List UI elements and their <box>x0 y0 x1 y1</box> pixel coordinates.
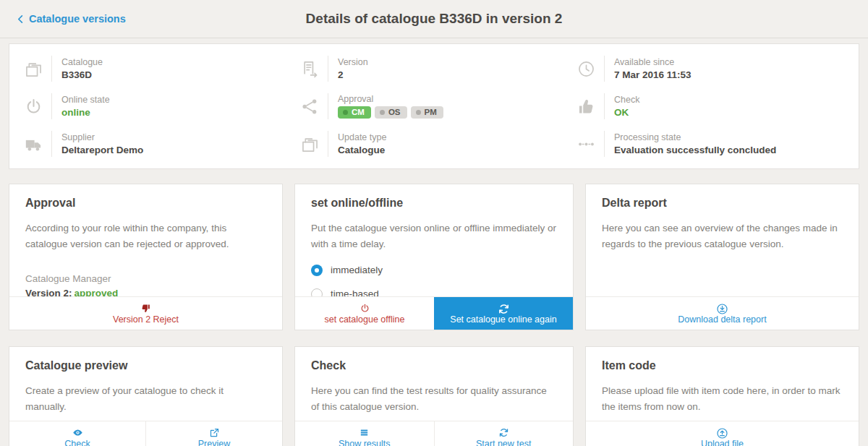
item-code-card-body: Please upload file with item code here, … <box>602 383 843 415</box>
eye-icon <box>72 427 83 438</box>
check-value: OK <box>614 107 639 118</box>
preview-button[interactable]: Preview <box>146 421 282 446</box>
version-label: Version 2: <box>25 288 72 296</box>
catalogue-preview-card-body: Create a preview of your catalogue to ch… <box>25 383 266 415</box>
badge-dot <box>343 110 348 115</box>
divider <box>604 93 605 119</box>
page-title: Details of catalogue B336D in version 2 <box>306 11 563 27</box>
start-new-test-button[interactable]: Start new test <box>435 421 574 446</box>
page-header: Catalogue versions Details of catalogue … <box>0 0 868 38</box>
info-label: Approval <box>338 94 443 104</box>
info-item-update-type: Update type Catalogue <box>296 125 572 163</box>
badge-label: CM <box>352 108 365 117</box>
back-link-label: Catalogue versions <box>29 13 126 25</box>
preview-button-label: Preview <box>198 439 230 446</box>
item-code-card-title: Item code <box>602 359 843 372</box>
check-button[interactable]: Check <box>9 421 145 446</box>
catalogue-icon <box>22 59 44 79</box>
online-offline-card-body: Put the catalogue version online or offl… <box>311 220 557 252</box>
show-results-button[interactable]: Show results <box>295 421 434 446</box>
catalogue-preview-card: Catalogue preview Create a preview of yo… <box>9 346 283 446</box>
divider <box>604 131 605 157</box>
external-link-icon <box>209 427 220 438</box>
approval-badge-os: OS <box>375 106 407 119</box>
version-2-reject-button[interactable]: Version 2 Reject <box>9 297 282 330</box>
delta-report-card-body: Here you can see an overview of the chan… <box>602 220 843 252</box>
badge-label: OS <box>388 108 401 117</box>
divider <box>51 56 52 82</box>
version-status-value: approved <box>75 288 119 296</box>
approval-card-footer: Version 2 Reject <box>9 296 282 330</box>
check-card: Check Here you can find the test results… <box>294 346 574 446</box>
back-to-catalogue-versions-link[interactable]: Catalogue versions <box>16 0 126 38</box>
item-code-card-footer: Upload file <box>586 421 859 446</box>
set-catalogue-offline-button[interactable]: set catalogue offline <box>295 297 434 330</box>
catalogue-info-panel: Catalogue B336D Version 2 Available sinc… <box>9 43 859 169</box>
info-label: Catalogue <box>61 57 103 67</box>
divider <box>51 93 52 119</box>
radio-option-immediately[interactable]: immediately <box>311 265 557 276</box>
approval-badge-cm: CM <box>338 106 371 119</box>
cards-row-top: Approval According to your role within t… <box>9 184 859 330</box>
processing-state-value: Evaluation successfully concluded <box>614 145 776 155</box>
info-label: Check <box>614 95 639 105</box>
delta-report-card-footer: Download delta report <box>586 296 859 330</box>
info-item-check: Check OK <box>572 87 848 125</box>
check-card-footer: Show results Start new test <box>295 421 573 446</box>
approval-card: Approval According to your role within t… <box>9 184 283 330</box>
set-catalogue-online-again-button[interactable]: Set catalogue online again <box>434 297 573 330</box>
approval-card-title: Approval <box>25 197 266 210</box>
online-button-label: Set catalogue online again <box>450 315 556 325</box>
upload-button-label: Upload file <box>701 439 744 446</box>
supplier-value: Deltareport Demo <box>61 145 143 155</box>
upload-file-button[interactable]: Upload file <box>586 421 859 446</box>
list-icon <box>359 427 370 438</box>
set-online-offline-card: set online/offline Put the catalogue ver… <box>294 184 574 330</box>
catalogue-value: B336D <box>61 69 103 80</box>
clock-icon <box>575 59 597 79</box>
truck-icon <box>22 134 44 154</box>
info-item-approval: Approval CM OS PM <box>296 87 572 125</box>
online-offline-card-footer: set catalogue offline Set catalogue onli… <box>295 296 573 330</box>
version-icon <box>299 59 320 79</box>
info-item-available-since: Available since 7 Mar 2016 11:53 <box>572 50 848 87</box>
approval-badge-pm: PM <box>411 106 443 119</box>
radio-time-based-unselected[interactable] <box>311 288 323 296</box>
check-card-body: Here you can find the test results for q… <box>311 383 557 415</box>
version-value: 2 <box>338 69 368 80</box>
divider <box>328 56 328 82</box>
radio-immediately-selected[interactable] <box>311 265 323 276</box>
radio-label: time-based <box>331 288 379 296</box>
divider <box>604 56 605 82</box>
delta-report-card: Delta report Here you can see an overvie… <box>585 184 859 330</box>
thumb-down-icon <box>140 303 151 314</box>
approval-role-label: Catalogue Manager <box>25 273 266 284</box>
info-label: Update type <box>338 132 386 142</box>
radio-option-time-based[interactable]: time-based <box>311 288 557 296</box>
update-type-icon <box>299 134 320 154</box>
divider <box>51 131 52 157</box>
catalogue-preview-card-footer: Check Preview <box>9 421 282 446</box>
info-item-online-state: Online state online <box>20 87 296 125</box>
start-new-test-button-label: Start new test <box>476 439 531 446</box>
item-code-card: Item code Please upload file with item c… <box>585 346 859 446</box>
online-state-value: online <box>61 107 110 118</box>
download-delta-report-button[interactable]: Download delta report <box>586 297 859 330</box>
share-icon <box>299 97 320 116</box>
info-label: Online state <box>61 95 110 105</box>
badge-label: PM <box>425 108 437 117</box>
available-since-value: 7 Mar 2016 11:53 <box>614 69 692 80</box>
offline-button-label: set catalogue offline <box>325 315 405 325</box>
update-type-value: Catalogue <box>338 145 386 155</box>
upload-icon <box>716 427 728 438</box>
info-item-supplier: Supplier Deltareport Demo <box>20 125 296 163</box>
refresh-icon <box>498 427 509 438</box>
refresh-icon <box>498 303 510 314</box>
download-button-label: Download delta report <box>678 315 766 325</box>
cards-row-bottom: Catalogue preview Create a preview of yo… <box>9 346 859 446</box>
chevron-left-icon <box>16 14 25 24</box>
info-label: Version <box>338 57 368 67</box>
badge-dot <box>380 110 385 115</box>
info-label: Supplier <box>61 132 143 142</box>
ellipsis-icon <box>575 134 597 154</box>
